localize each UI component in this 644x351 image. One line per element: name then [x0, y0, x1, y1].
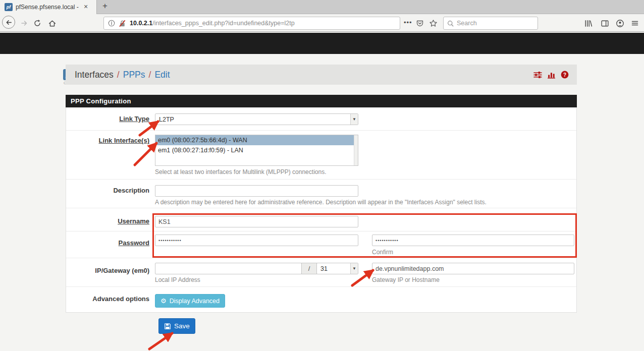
forward-button[interactable]	[19, 18, 29, 28]
arrow-save	[149, 333, 172, 349]
breadcrumb: Interfaces / PPPs / Edit ?	[66, 65, 577, 85]
local-ip-input[interactable]	[155, 263, 302, 274]
save-floppy-icon	[164, 323, 171, 330]
description-input[interactable]	[155, 185, 358, 197]
subnet-value: 31	[317, 265, 350, 272]
bookmark-button[interactable]	[428, 18, 438, 28]
password-confirm-help: Confirm	[372, 249, 393, 256]
link-type-value: L2TP	[155, 116, 350, 123]
listbox-option-em1[interactable]: em1 (08:00:27:1d:f0:59) - LAN	[155, 145, 358, 155]
row-divider	[66, 208, 576, 208]
panel-title: PPP Configuration	[66, 95, 577, 107]
reload-icon	[33, 19, 41, 27]
svg-text:?: ?	[563, 72, 566, 78]
home-button[interactable]	[47, 18, 57, 28]
home-icon	[48, 19, 57, 28]
back-button[interactable]	[2, 16, 15, 29]
username-label: Username	[70, 217, 149, 225]
row-divider	[66, 286, 576, 287]
password-label: Password	[70, 239, 149, 247]
new-tab-button[interactable]: +	[102, 1, 108, 11]
help-icon[interactable]: ?	[561, 71, 569, 79]
link-interfaces-label: Link Interface(s)	[70, 137, 149, 144]
password-input[interactable]	[155, 235, 358, 246]
breadcrumb-link-ppps[interactable]: PPPs	[123, 70, 145, 80]
url-path: /interfaces_ppps_edit.php?id=undefined&t…	[152, 20, 294, 27]
url-host: 10.0.2.1	[130, 20, 152, 27]
description-label: Description	[70, 187, 149, 194]
forward-icon	[20, 19, 28, 27]
hamburger-icon	[631, 19, 639, 27]
page-actions-icon[interactable]: •••	[404, 19, 412, 26]
breadcrumb-separator: /	[117, 70, 120, 80]
row-divider	[66, 130, 576, 131]
pocket-button[interactable]	[415, 18, 425, 28]
row-divider	[66, 179, 576, 180]
chevron-down-icon: ▼	[350, 114, 358, 125]
insecure-lock-icon[interactable]	[119, 20, 126, 27]
display-advanced-button[interactable]: ⚙ Display Advanced	[155, 294, 225, 308]
browser-toolbar: 10.0.2.1/interfaces_ppps_edit.php?id=und…	[0, 15, 644, 32]
subnet-select[interactable]: 31 ▼	[316, 263, 358, 274]
search-input[interactable]	[457, 20, 527, 27]
search-box[interactable]	[443, 17, 538, 30]
save-button[interactable]: Save	[158, 318, 195, 334]
pfsense-favicon: pf	[5, 3, 13, 11]
sidebar-icon	[601, 19, 609, 28]
library-button[interactable]	[583, 18, 593, 28]
save-label: Save	[174, 322, 190, 330]
browser-tab[interactable]: pf pfSense.pfsense.local - ×	[0, 0, 97, 14]
password-confirm-input[interactable]	[372, 235, 574, 246]
row-divider	[66, 258, 576, 258]
search-icon	[447, 20, 454, 27]
back-icon	[5, 19, 13, 26]
description-help: A description may be entered here for ad…	[155, 199, 487, 206]
link-type-select[interactable]: L2TP ▼	[155, 113, 358, 125]
page-info-icon[interactable]	[108, 20, 115, 27]
pocket-icon	[416, 19, 424, 27]
account-icon	[616, 19, 624, 28]
breadcrumb-link-edit[interactable]: Edit	[154, 70, 170, 80]
sliders-icon[interactable]	[533, 71, 542, 79]
gateway-help: Gateway IP or Hostname	[372, 276, 440, 283]
username-input[interactable]	[155, 216, 358, 227]
tab-title: pfSense.pfsense.local -	[16, 4, 79, 11]
link-interfaces-help: Select at least two interfaces for Multi…	[155, 168, 326, 176]
breadcrumb-separator: /	[149, 70, 151, 80]
display-advanced-label: Display Advanced	[170, 298, 220, 305]
local-ip-help: Local IP Address	[155, 276, 200, 283]
pfsense-navbar: pf sense COMMUNITY EDITION System▾ Inter…	[0, 33, 644, 54]
ip-separator: /	[301, 263, 317, 274]
gateway-input[interactable]	[372, 263, 574, 274]
account-button[interactable]	[615, 18, 625, 28]
menu-button[interactable]	[630, 18, 640, 28]
library-icon	[584, 19, 593, 28]
advanced-options-label: Advanced options	[70, 295, 149, 303]
listbox-scrollbar[interactable]	[354, 135, 358, 165]
tab-close-icon[interactable]: ×	[84, 3, 88, 11]
status-chart-icon[interactable]	[547, 71, 556, 79]
url-text: 10.0.2.1/interfaces_ppps_edit.php?id=und…	[130, 20, 295, 27]
gear-icon: ⚙	[160, 297, 167, 305]
link-interfaces-listbox[interactable]: em0 (08:00:27:5b:66:4d) - WAN em1 (08:00…	[155, 135, 358, 166]
listbox-option-em0[interactable]: em0 (08:00:27:5b:66:4d) - WAN	[155, 135, 358, 145]
url-bar[interactable]: 10.0.2.1/interfaces_ppps_edit.php?id=und…	[103, 17, 400, 30]
browser-tab-bar: pf pfSense.pfsense.local - × +	[0, 0, 644, 14]
reload-button[interactable]	[32, 18, 42, 28]
ip-gateway-label: IP/Gateway (em0)	[70, 267, 149, 274]
row-divider	[66, 231, 576, 231]
breadcrumb-section: Interfaces	[75, 70, 114, 80]
chevron-down-icon: ▼	[350, 263, 358, 274]
link-type-label: Link Type	[70, 115, 149, 123]
star-icon	[429, 19, 438, 28]
sidebar-button[interactable]	[600, 18, 610, 28]
